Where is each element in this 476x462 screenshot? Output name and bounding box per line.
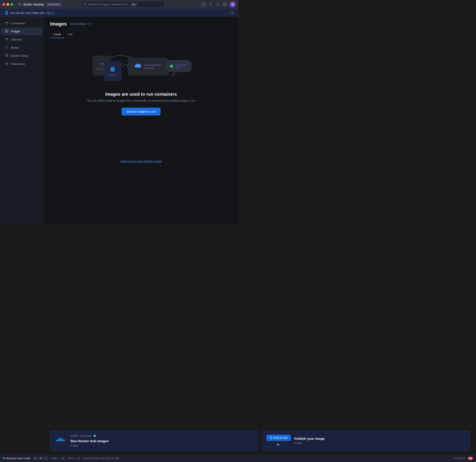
image-line-2 [144,67,154,69]
docker-image-box [128,58,168,75]
svg-rect-27 [111,70,113,71]
containers-icon [5,21,9,25]
sidebar-item-builds[interactable]: Builds [1,44,43,52]
app-body: Containers Images Volumes [0,17,238,224]
builds-label: Builds [11,46,19,49]
cloud-icon [134,63,141,70]
sidebar-item-docker-scout[interactable]: Docker Scout [1,52,43,60]
extensions-label: Extensions [11,62,25,66]
docker-brand: docker desktop PERSONAL [17,3,61,6]
svg-rect-24 [110,67,114,72]
search-icon [84,3,87,6]
svg-rect-14 [226,4,226,5]
close-banner-button[interactable]: ✕ [231,11,234,15]
sidebar-item-images[interactable]: Images [1,27,43,35]
svg-rect-1 [18,4,19,5]
sidebar: Containers Images Volumes [0,17,44,224]
tab-hub[interactable]: Hub [64,31,76,38]
dockerfile-label: DOCKERFILE [108,74,117,76]
tab-local[interactable]: Local [50,31,64,38]
container-lines [175,64,187,68]
settings-icon[interactable] [216,2,220,6]
maximize-button[interactable] [10,3,13,6]
sign-in-link[interactable]: sign in [46,11,54,15]
svg-rect-25 [111,69,112,69]
svg-rect-11 [226,3,226,3]
banner-text-end: . [56,11,57,15]
containers-label: Containers [11,22,25,25]
dockerfile-card: DOCKERFILE [104,61,121,81]
sidebar-item-volumes[interactable]: Volumes [1,36,43,43]
volumes-label: Volumes [11,38,22,41]
extensions-icon [5,62,9,66]
grid-icon[interactable] [223,2,227,6]
svg-rect-17 [226,5,226,6]
illustration: YOUR CODE DOCKERFILE [88,51,194,87]
dockerfile-icon [110,66,115,73]
plan-badge: PERSONAL [46,3,61,6]
bug-icon[interactable] [209,2,212,6]
whale-icon[interactable] [202,2,205,6]
tabs: Local Hub [50,31,232,38]
banner-text-start: You can do more when you [10,11,45,15]
svg-rect-3 [20,4,20,5]
titlebar-icons: U [202,1,236,7]
avatar[interactable]: U [230,1,236,7]
user-icon: 👤 [4,11,9,15]
kbd-shortcut: ⌘K [131,3,137,6]
volumes-icon [5,37,9,42]
svg-point-22 [6,54,8,57]
container-status-dot [170,65,173,68]
svg-rect-16 [224,5,225,6]
tab-hub-label: Hub [68,33,73,36]
main-heading: Images are used to run containers [105,92,177,97]
traffic-lights [3,3,13,6]
svg-rect-15 [223,5,224,6]
svg-rect-2 [18,3,19,4]
svg-point-19 [6,23,6,23]
code-icon [99,61,104,67]
sidebar-item-extensions[interactable]: Extensions [1,60,43,68]
view-more-link[interactable]: View more in the Learning center [120,159,162,163]
global-search[interactable]: Search for images, containers, vo... ⌘K [81,1,165,8]
svg-rect-0 [17,4,18,5]
external-link-icon [88,22,91,26]
minimize-button[interactable] [7,3,9,6]
close-button[interactable] [3,3,5,6]
search-images-button[interactable]: Search images to run [122,108,161,115]
svg-rect-5 [21,4,22,5]
container-box [165,60,192,72]
image-line-1 [144,64,161,66]
docker-scout-label: Docker Scout [11,54,28,57]
svg-rect-13 [224,4,225,5]
images-label: Images [11,30,20,33]
main-content: Images Give feedback Local Hub [44,17,238,224]
tab-local-label: Local [54,33,60,36]
brand-name: docker desktop [23,3,44,6]
give-feedback-link[interactable]: Give feedback [70,22,91,26]
container-line-2 [175,67,182,68]
images-icon [5,29,9,34]
titlebar: docker desktop PERSONAL Search for image… [0,0,238,9]
svg-rect-12 [223,4,224,5]
svg-rect-10 [224,3,225,3]
sub-text: You can either build an image from a Doc… [87,99,195,102]
page-title: Images [50,21,67,27]
svg-rect-21 [6,38,8,40]
search-placeholder: Search for images, containers, vo... [88,3,129,6]
illustration-container: YOUR CODE DOCKERFILE [50,47,232,169]
docker-scout-icon [5,54,9,58]
svg-point-23 [6,55,7,56]
sidebar-item-containers[interactable]: Containers [1,19,43,27]
container-line-1 [175,64,187,66]
page-header: Images Give feedback [50,21,232,27]
svg-rect-9 [223,3,224,3]
builds-icon [5,45,9,50]
image-lines [144,64,161,69]
svg-point-8 [217,4,218,5]
feedback-label: Give feedback [70,22,87,26]
svg-rect-26 [111,70,114,70]
sign-in-banner: 👤 You can do more when you sign in . ✕ [0,9,238,17]
